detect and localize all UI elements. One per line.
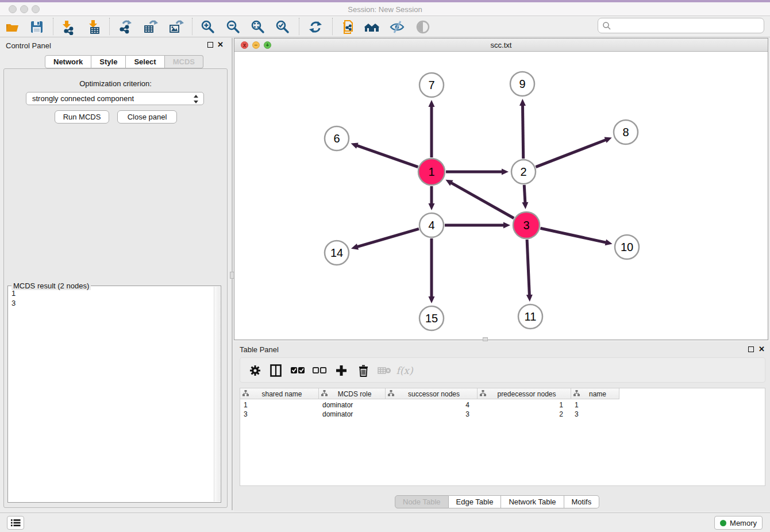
graph-node-label: 8 xyxy=(622,126,629,138)
network-window-title: scc.txt xyxy=(234,41,768,49)
edge-arrow-icon xyxy=(522,202,528,209)
horizontal-splitter-handle[interactable] xyxy=(483,337,488,341)
search-input[interactable] xyxy=(614,20,764,32)
table-cell[interactable]: dominator xyxy=(319,410,386,419)
table-cell[interactable]: 1 xyxy=(240,400,319,410)
open-session-icon[interactable] xyxy=(3,18,22,36)
network-canvas[interactable]: 1234678910111415 xyxy=(234,52,768,340)
tab-node-table[interactable]: Node Table xyxy=(395,495,449,508)
column-header-predecessor-nodes[interactable]: predecessor nodes xyxy=(478,388,571,399)
tab-select[interactable]: Select xyxy=(126,55,164,68)
graph-node-label: 6 xyxy=(333,132,340,145)
export-table-icon[interactable] xyxy=(141,18,160,36)
column-header-MCDS-role[interactable]: MCDS role xyxy=(319,388,386,399)
network-window-titlebar[interactable]: x − + scc.txt xyxy=(234,38,768,52)
tab-network[interactable]: Network xyxy=(45,55,91,68)
edge-arrow-icon xyxy=(429,296,435,303)
hierarchy-icon xyxy=(480,390,486,398)
edge-2-3[interactable] xyxy=(524,185,525,203)
show-all-icon xyxy=(414,18,432,36)
column-header-successor-nodes[interactable]: successor nodes xyxy=(386,388,478,399)
table-panel: Table Panel ✕ f(x) shared nameMCDS roles… xyxy=(234,342,770,511)
app-titlebar: Session: New Session xyxy=(0,2,770,16)
control-panel-close-icon[interactable]: ✕ xyxy=(217,40,224,49)
table-cell[interactable]: 1 xyxy=(478,400,571,410)
zoom-selected-icon[interactable] xyxy=(274,18,292,36)
add-row-icon[interactable] xyxy=(333,363,349,379)
zoom-fit-icon[interactable] xyxy=(249,18,267,36)
mcds-result-scrollbar[interactable] xyxy=(214,287,220,502)
memory-status-icon xyxy=(720,520,726,526)
column-panel-icon[interactable] xyxy=(268,363,284,379)
table-cell[interactable]: 1 xyxy=(571,400,619,410)
table-cell[interactable]: 3 xyxy=(571,410,619,419)
control-panel-float-icon[interactable] xyxy=(207,42,213,48)
tab-mcds[interactable]: MCDS xyxy=(165,55,203,68)
table-cell[interactable]: 3 xyxy=(240,410,319,419)
edge-2-9[interactable] xyxy=(522,105,523,159)
search-icon xyxy=(602,21,611,30)
table-row[interactable]: 3dominator323 xyxy=(240,410,619,419)
task-history-button[interactable] xyxy=(7,516,24,530)
search-box[interactable] xyxy=(598,18,764,33)
clone-network-icon[interactable] xyxy=(339,18,357,36)
import-table-icon[interactable] xyxy=(85,18,103,36)
graph-node-label: 2 xyxy=(520,165,526,178)
zoom-in-icon[interactable] xyxy=(199,18,217,36)
table-cell[interactable]: 2 xyxy=(478,410,571,419)
graph-node-label: 11 xyxy=(525,310,537,323)
optimization-criterion-select[interactable]: strongly connected component xyxy=(26,92,204,105)
column-header-shared-name[interactable]: shared name xyxy=(240,388,319,399)
control-panel: Control Panel ✕ Network Style Select MCD… xyxy=(0,38,230,510)
edge-arrow-icon xyxy=(429,203,435,210)
export-image-icon[interactable] xyxy=(167,18,185,36)
export-network-icon[interactable] xyxy=(116,18,134,36)
apply-function-icon: f(x) xyxy=(396,363,413,379)
toolbar-separator xyxy=(299,18,299,35)
table-panel-close-icon[interactable]: ✕ xyxy=(759,345,765,353)
graph-node-label: 9 xyxy=(519,78,525,90)
optimization-criterion-label: Optimization criterion: xyxy=(4,79,227,88)
edge-4-14[interactable] xyxy=(357,229,419,247)
zoom-out-icon[interactable] xyxy=(224,18,242,36)
hide-selected-icon[interactable] xyxy=(388,18,406,36)
control-panel-title: Control Panel xyxy=(6,41,51,50)
apply-layout-icon[interactable] xyxy=(306,18,325,36)
tab-motifs[interactable]: Motifs xyxy=(564,495,600,508)
table-cell[interactable]: 4 xyxy=(386,400,478,410)
hierarchy-icon xyxy=(388,390,394,398)
node-table[interactable]: shared nameMCDS rolesuccessor nodesprede… xyxy=(240,388,765,486)
toolbar-separator xyxy=(53,18,53,35)
mcds-result-text: 1 3 xyxy=(9,288,213,501)
delete-row-trash-icon[interactable] xyxy=(355,363,371,379)
table-panel-float-icon[interactable] xyxy=(748,346,754,352)
table-tabs: Node TableEdge TableNetwork TableMotifs xyxy=(395,495,599,508)
edge-3-1[interactable] xyxy=(451,183,514,218)
graph-node-label: 4 xyxy=(428,219,434,232)
first-neighbors-icon[interactable] xyxy=(363,18,382,36)
edge-arrow-icon xyxy=(503,222,510,229)
edge-3-10[interactable] xyxy=(540,228,606,242)
tab-network-table[interactable]: Network Table xyxy=(501,495,564,508)
tab-style[interactable]: Style xyxy=(91,55,126,68)
edge-2-8[interactable] xyxy=(536,140,606,167)
table-cell[interactable]: 3 xyxy=(386,410,478,419)
select-all-icon[interactable] xyxy=(290,363,306,379)
tab-edge-table[interactable]: Edge Table xyxy=(449,495,502,508)
mcds-result-box: MCDS result (2 nodes) 1 3 xyxy=(7,286,221,503)
table-row[interactable]: 1dominator411 xyxy=(240,400,619,410)
table-cell[interactable]: dominator xyxy=(319,400,386,410)
control-panel-tabs: Network Style Select MCDS xyxy=(45,55,203,68)
import-network-icon[interactable] xyxy=(59,18,77,36)
table-panel-title: Table Panel xyxy=(240,345,279,354)
edge-3-11[interactable] xyxy=(527,240,529,296)
edge-1-6[interactable] xyxy=(356,145,418,167)
deselect-all-icon[interactable] xyxy=(311,363,328,379)
settings-gear-icon[interactable] xyxy=(247,363,263,379)
run-mcds-button[interactable]: Run MCDS xyxy=(55,110,109,124)
save-session-icon[interactable] xyxy=(28,18,46,36)
memory-button[interactable]: Memory xyxy=(714,516,763,530)
edge-arrow-icon xyxy=(502,169,509,175)
column-header-name[interactable]: name xyxy=(571,388,619,399)
close-panel-button[interactable]: Close panel xyxy=(117,110,177,124)
